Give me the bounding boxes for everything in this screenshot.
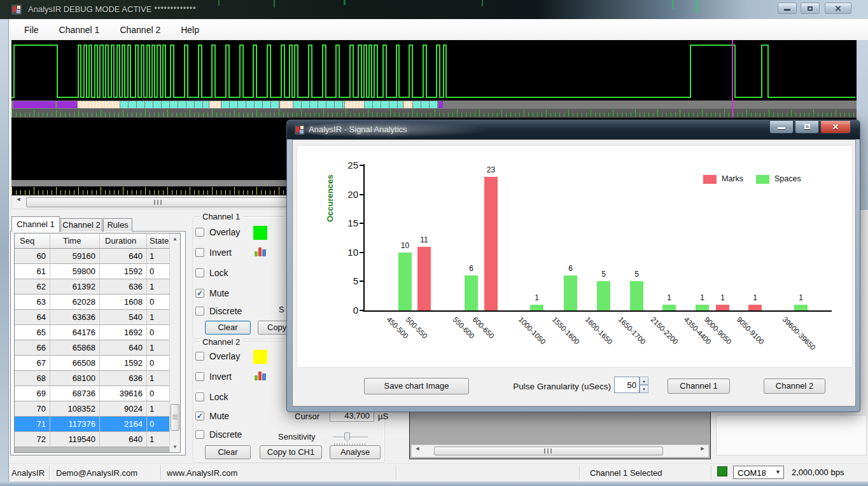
waveform-cursor-line xyxy=(732,40,733,118)
channel1-overlay-color-swatch[interactable] xyxy=(253,226,267,240)
side-panel xyxy=(716,415,867,455)
table-row[interactable]: 66658686401 xyxy=(15,340,180,356)
checkbox-box[interactable] xyxy=(195,307,204,316)
table-row[interactable]: 7010835290241 xyxy=(15,401,180,417)
table-row[interactable]: 636202816080 xyxy=(15,295,180,310)
table-row[interactable]: 721195406401 xyxy=(15,432,180,447)
channel2-checkbox-overlay[interactable]: Overlay xyxy=(195,351,240,362)
save-chart-image-button[interactable]: Save chart Image xyxy=(364,378,469,394)
spinner-up-icon[interactable]: ▲ xyxy=(640,377,648,385)
column-header-seq[interactable]: Seq xyxy=(15,233,50,248)
bar-value-label: 1 xyxy=(524,293,550,302)
window-frame-left xyxy=(0,19,9,482)
channel1-checkbox-discrete[interactable]: Discrete xyxy=(195,305,242,317)
column-header-duration[interactable]: Duration xyxy=(100,233,147,248)
y-tick-label: 15 xyxy=(337,218,358,228)
checkbox-box[interactable] xyxy=(195,372,204,381)
channel1-waveform-display[interactable] xyxy=(11,40,857,101)
checkbox-box[interactable]: ✓ xyxy=(195,412,204,420)
channel2-checkbox-invert[interactable]: Invert xyxy=(195,371,232,382)
scroll-down-icon[interactable]: ▼ xyxy=(170,441,180,452)
x-tick-label: 9050-9100 xyxy=(736,316,766,345)
slider-thumb[interactable] xyxy=(344,433,350,442)
menu-item-help[interactable]: Help xyxy=(171,21,209,39)
desktop-artifact xyxy=(274,0,275,8)
table-vertical-scrollbar[interactable]: ▲ ▼ xyxy=(169,233,180,452)
channel2-checkbox-mute[interactable]: ✓Mute xyxy=(195,410,229,422)
channel2-checkbox-lock[interactable]: Lock xyxy=(195,391,228,403)
close-icon[interactable]: ✕ xyxy=(825,3,851,14)
table-cell: 65 xyxy=(15,325,50,340)
scroll-left-icon[interactable]: ◄ xyxy=(412,445,423,457)
table-cell: 636 xyxy=(100,279,147,295)
menu-item-channel1[interactable]: Channel 1 xyxy=(49,21,110,39)
tab-rules[interactable]: Rules xyxy=(103,218,132,232)
table-cell: 72 xyxy=(15,432,50,447)
sensitivity-slider[interactable] xyxy=(333,431,368,447)
table-row[interactable]: 615980015920 xyxy=(15,264,180,279)
table-cell: 63 xyxy=(15,295,50,310)
scrollbar-thumb[interactable] xyxy=(171,404,179,431)
decoded-segment-cyan xyxy=(221,101,279,108)
close-icon[interactable]: ✕ xyxy=(820,120,851,134)
desktop-artifact xyxy=(695,0,699,13)
checkbox-box[interactable] xyxy=(195,352,204,361)
scroll-right-icon[interactable]: ► xyxy=(697,445,708,457)
table-row[interactable]: 68681006361 xyxy=(15,371,180,386)
checkbox-box[interactable] xyxy=(195,228,204,237)
checkbox-box[interactable] xyxy=(195,392,204,401)
channel1-checkbox-lock[interactable]: Lock xyxy=(195,267,228,279)
tab-channel2[interactable]: Channel 2 xyxy=(60,218,102,232)
table-row[interactable]: 676650815920 xyxy=(15,356,180,371)
com-port-dropdown[interactable]: COM18 ▼ xyxy=(733,466,784,479)
analyse-button[interactable]: Analyse xyxy=(330,445,381,459)
bar-9050-9100 xyxy=(748,305,762,310)
menu-item-file[interactable]: File xyxy=(14,21,49,39)
channel1-checkbox-invert[interactable]: Invert xyxy=(195,247,232,258)
copy-to-ch1-button[interactable]: Copy to CH1 xyxy=(260,445,322,459)
checkbox-box[interactable] xyxy=(195,430,204,439)
analytics-channel2-button[interactable]: Channel 2 xyxy=(764,378,825,394)
column-header-time[interactable]: Time xyxy=(50,233,100,248)
spinner-down-icon[interactable]: ▼ xyxy=(640,385,648,393)
tab-channel1[interactable]: Channel 1 xyxy=(11,216,60,232)
table-row[interactable]: 656417616920 xyxy=(15,325,180,340)
granularity-spinner-field[interactable]: 50 xyxy=(614,377,640,393)
analytics-channel1-button[interactable]: Channel 1 xyxy=(668,378,730,394)
checkbox-box[interactable] xyxy=(195,268,204,277)
cursor-unit-label: µS xyxy=(378,412,388,421)
scrollbar-thumb[interactable] xyxy=(26,197,290,207)
checkbox-box[interactable] xyxy=(195,248,204,257)
channel2-checkbox-discrete[interactable]: Discrete xyxy=(195,429,242,440)
scrollbar-thumb[interactable] xyxy=(434,447,663,455)
table-row[interactable]: 62613926361 xyxy=(15,279,180,295)
table-row[interactable]: 6968736396160 xyxy=(15,386,180,401)
channel2-scrollbar[interactable]: ◄ ► xyxy=(411,445,709,457)
minimize-button[interactable] xyxy=(778,3,797,14)
channel2-clear-button[interactable]: Clear xyxy=(205,445,251,459)
channel1-checkbox-mute[interactable]: ✓Mute xyxy=(195,288,229,299)
status-channel-selected: Channel 1 Selected xyxy=(590,468,662,478)
channel1-clear-button[interactable]: Clear xyxy=(205,321,251,335)
column-header-state[interactable]: State xyxy=(147,233,171,248)
main-title-bar: AnalysIR DEBUG MODE ACTIVE *************… xyxy=(0,0,868,19)
table-cell: 1 xyxy=(147,310,171,325)
table-row[interactable]: 7111737621640 xyxy=(15,417,180,432)
table-cell: 68100 xyxy=(50,371,100,386)
channel2-group-title: Channel 2 xyxy=(200,337,242,347)
table-row[interactable]: 60591606401 xyxy=(15,249,180,264)
channel1-checkbox-overlay[interactable]: Overlay xyxy=(195,226,240,238)
table-cell: 66508 xyxy=(50,356,100,371)
table-cell: 1608 xyxy=(100,295,147,310)
maximize-button[interactable] xyxy=(801,3,820,14)
maximize-button[interactable] xyxy=(795,120,819,134)
minimize-button[interactable] xyxy=(769,120,794,134)
channel2-overlay-color-swatch[interactable] xyxy=(253,350,267,364)
popup-title-bar[interactable]: AnalysIR - Signal Analytics ✕ xyxy=(287,120,860,139)
scroll-up-icon[interactable]: ▲ xyxy=(170,233,180,244)
bar-value-label: 1 xyxy=(710,293,736,302)
checkbox-box[interactable]: ✓ xyxy=(195,289,204,298)
menu-item-channel2[interactable]: Channel 2 xyxy=(109,21,171,39)
table-row[interactable]: 64636365401 xyxy=(15,310,180,325)
scroll-left-icon[interactable]: ◄ xyxy=(12,196,25,209)
